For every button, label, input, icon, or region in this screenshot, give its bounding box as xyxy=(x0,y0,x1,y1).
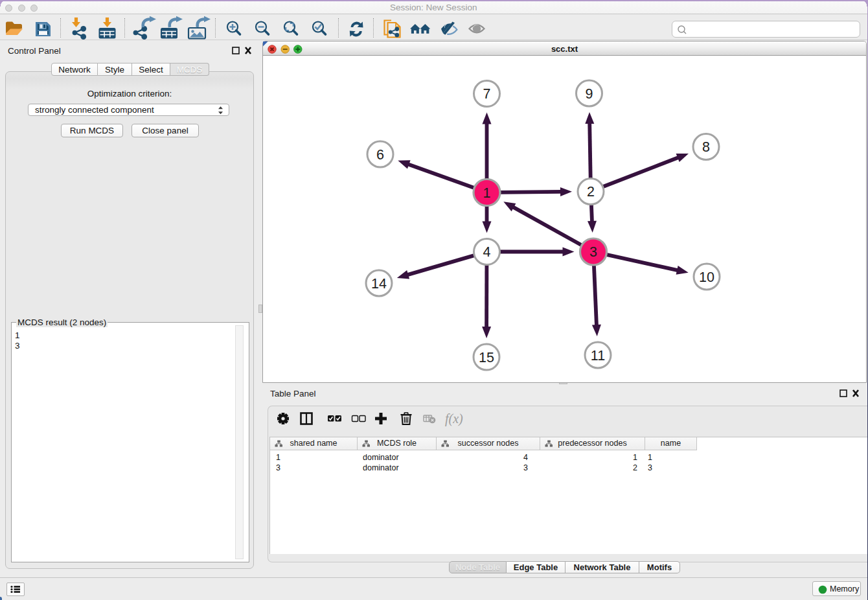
svg-text:9: 9 xyxy=(586,86,593,102)
svg-text:f(x): f(x) xyxy=(445,411,463,426)
svg-text:7: 7 xyxy=(483,86,491,102)
svg-text:1: 1 xyxy=(483,185,491,201)
svg-text:2: 2 xyxy=(587,184,595,200)
svg-text:3: 3 xyxy=(589,244,597,260)
svg-text:6: 6 xyxy=(376,147,384,163)
svg-text:4: 4 xyxy=(483,244,491,260)
svg-text:15: 15 xyxy=(479,350,494,365)
svg-text:14: 14 xyxy=(371,276,387,292)
svg-text:10: 10 xyxy=(699,270,714,285)
svg-text:11: 11 xyxy=(591,348,605,363)
svg-text:8: 8 xyxy=(702,139,710,155)
